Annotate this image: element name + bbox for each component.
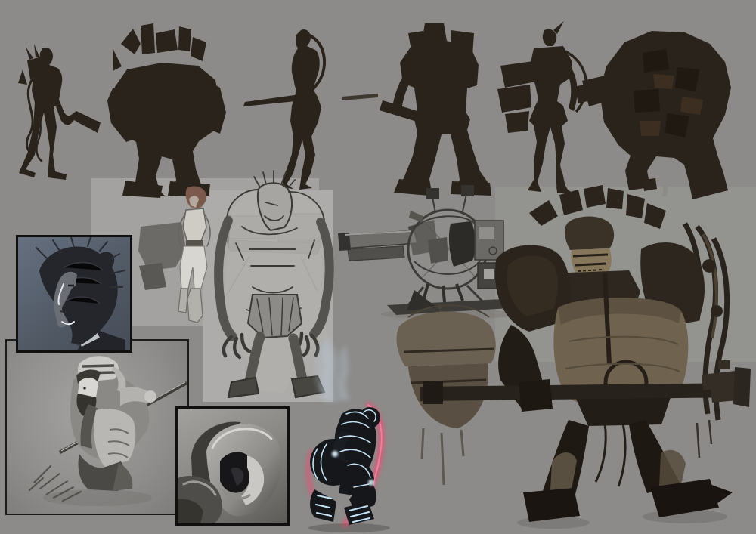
- neon-suit: [308, 334, 390, 532]
- silhouette-scout: [18, 44, 101, 180]
- silhouette-blade-assassin: [243, 29, 378, 190]
- helmet-panel: [175, 406, 290, 526]
- silhouette-arm-cannon: [497, 21, 587, 193]
- crouching-hunter-art: [7, 341, 187, 514]
- gun-pod-vehicle: [338, 185, 514, 319]
- helmet-art: [178, 409, 287, 523]
- silhouette-trooper: [380, 23, 491, 196]
- portrait-panel: [16, 235, 132, 353]
- portrait-art: [18, 237, 130, 350]
- silhouette-heavy-mech: [107, 23, 226, 198]
- concept-art-board: [0, 0, 756, 534]
- suit-body: [310, 407, 380, 525]
- silhouette-bulk-mech: [575, 31, 731, 199]
- crouching-hunter-panel: [5, 339, 189, 515]
